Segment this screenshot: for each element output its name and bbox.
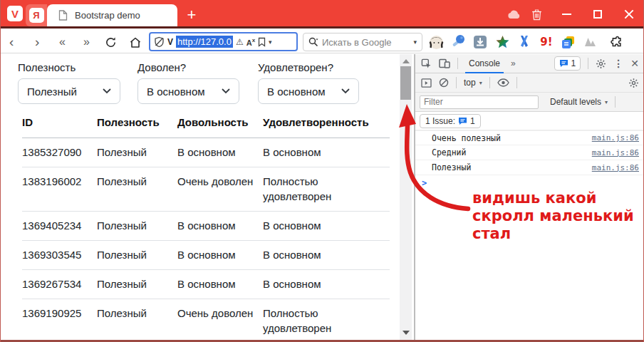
separator [588,58,588,69]
console-filter-input[interactable] [420,95,539,109]
search-box[interactable]: Искать в Google ▾ [303,33,422,51]
cell-id: 1385327090 [22,138,97,167]
browser-window: V Я Bootstrap demo + [0,0,644,342]
prompt-chevron-icon: > [422,178,427,188]
table-row: 1369303545 Полезный В основном В основно… [22,241,390,270]
annotation-line: видишь какой [472,190,640,207]
home-button[interactable] [129,31,142,53]
url-dropdown-icon[interactable]: ▾ [269,38,272,46]
console-settings-icon[interactable] [628,78,639,88]
more-tabs-icon[interactable]: » [511,58,516,68]
col-header-usefulness: Полезность [97,110,177,138]
usefulness-select[interactable]: Полезный [18,78,120,104]
col-header-satisfaction: Довольность [177,110,263,138]
console-message: Средний main.js:86 [415,145,644,160]
search-engine-dropdown-icon[interactable]: ▾ [413,38,417,46]
select-value: Полезный [27,86,77,98]
cell-contentment: В основном [263,241,390,270]
magnifier-extension-icon[interactable] [450,34,466,50]
speech-bubble-icon [458,117,467,125]
console-sidebar-icon[interactable] [421,78,432,88]
console-prompt[interactable]: > [415,175,644,191]
message-text: Средний [432,147,466,157]
cell-id: 1369405234 [22,212,97,241]
filter-label: Доволен? [137,61,239,73]
cell-contentment: Полностью удовлетворен [263,299,390,341]
warning-icon[interactable]: ⚠ [236,37,244,47]
clear-console-icon[interactable] [439,78,449,88]
yandex-button[interactable]: Я [26,4,47,26]
vivaldi-logo-icon[interactable]: V [7,6,23,21]
console-toolbar: top ▾ [415,73,644,93]
trash-icon[interactable] [529,6,544,22]
reload-icon [105,36,117,48]
log-levels-selector[interactable]: Default levels ▾ [550,97,608,107]
scrollbar-thumb[interactable] [400,66,411,100]
avatar-extension-icon[interactable] [428,34,444,50]
separator [456,77,457,88]
close-window-button[interactable] [621,6,637,22]
speech-bubble-icon [559,59,568,68]
inspect-element-icon[interactable] [421,58,432,69]
back-icon: ‹ [9,34,14,50]
forward-icon: › [35,34,39,50]
scroll-up-icon[interactable] [402,59,410,63]
star-extension-icon[interactable] [494,34,510,50]
source-link[interactable]: main.js:86 [592,163,639,172]
forward-button[interactable]: › [35,31,39,53]
new-tab-button[interactable]: + [182,5,202,25]
page-scrollbar[interactable] [400,54,412,340]
sync-cloud-icon[interactable] [507,6,522,22]
address-bar[interactable]: V http://127.0.0 ⚠ Ax ▾ [149,32,298,51]
devtools-settings-icon[interactable] [596,58,606,69]
tab-title: Bootstrap demo [75,10,140,21]
badge-count: 1 [571,58,576,68]
inactive-extension-icon[interactable] [583,34,598,50]
live-expression-eye-icon[interactable] [497,78,509,87]
plus-icon: + [187,6,197,24]
select-value: В основном [147,86,205,98]
cell-contentment: Полностью удовлетворен [263,167,390,212]
message-text: Очень полезный [432,133,501,143]
cell-id: 1369267534 [22,270,97,299]
browser-toolbar: ‹ › « » V http://127.0.0 ⚠ Ax [1,31,644,53]
cell-usefulness: Полезный [97,212,177,241]
docs-extension-icon[interactable] [561,34,576,50]
reload-button[interactable] [105,31,117,53]
fast-forward-button[interactable]: » [83,31,90,53]
devtools-close-icon[interactable]: ✕ [630,58,639,69]
cell-usefulness: Полезный [97,138,177,167]
extensions-puzzle-icon[interactable] [608,34,624,50]
satisfied-select[interactable]: В основном [137,78,239,104]
content-select[interactable]: В основном [258,78,359,104]
rewind-button[interactable]: « [59,31,66,53]
bookmark-icon[interactable] [258,37,266,47]
scroll-down-icon[interactable] [402,331,410,335]
translate-icon[interactable]: Ax [246,37,255,47]
ribbon-extension-icon[interactable] [516,34,532,50]
devtools-tabs-bar: Console » 1 ⋮ ✕ [415,54,644,73]
devtools-menu-icon[interactable]: ⋮ [613,58,623,69]
device-toolbar-icon[interactable] [439,58,450,68]
cell-usefulness: Полезный [97,241,177,270]
issues-badge[interactable]: 1 Issue: 1 [420,114,481,128]
console-messages-badge[interactable]: 1 [554,56,581,71]
annotation-line: стал [472,225,640,243]
tab-console[interactable]: Console [465,54,504,73]
cell-contentment: В основном [263,138,390,167]
browser-tab[interactable]: Bootstrap demo [47,4,177,26]
source-link[interactable]: main.js:86 [592,148,639,157]
back-button[interactable]: ‹ [9,31,14,53]
table-row: 1369267534 Полезный В основном В основно… [22,270,390,299]
maximize-button[interactable] [590,6,606,22]
extensions-row: 9! [428,31,624,53]
source-link[interactable]: main.js:86 [592,133,639,142]
red-extension-icon[interactable]: 9! [539,34,554,50]
filter-group-content: Удовлетворен? В основном [258,61,359,104]
download-extension-icon[interactable] [472,34,488,50]
cell-contentment: В основном [263,270,390,299]
separator [615,96,616,108]
context-selector[interactable]: top ▾ [464,78,482,88]
url-text-selected[interactable]: http://127.0.0 [176,36,233,48]
minimize-button[interactable] [559,6,574,22]
